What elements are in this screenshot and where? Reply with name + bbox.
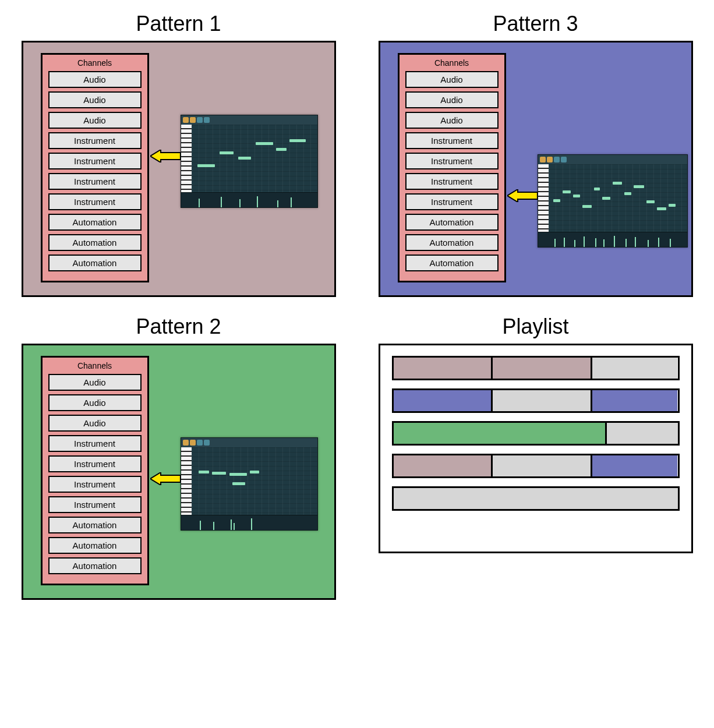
piano-roll-toolbar (538, 155, 687, 164)
midi-note (657, 207, 666, 210)
piano-roll-toolbar (181, 115, 317, 125)
channel-item[interactable]: Audio (48, 394, 142, 411)
midi-note (199, 471, 209, 473)
channel-item[interactable]: Automation (48, 214, 142, 231)
midi-note (276, 148, 287, 151)
playlist-wrap: Playlist (369, 314, 702, 600)
svg-marker-0 (150, 150, 181, 162)
playlist-clip[interactable] (493, 358, 592, 379)
playlist-track (392, 454, 680, 478)
playlist-clip[interactable] (592, 455, 677, 476)
channel-item[interactable]: Audio (405, 71, 499, 88)
midi-note (573, 195, 580, 197)
channel-item[interactable]: Automation (405, 255, 499, 271)
channel-item[interactable]: Audio (405, 112, 499, 129)
midi-note (256, 142, 273, 145)
velocity-lane (192, 515, 317, 530)
pattern-1-panel: ChannelsAudioAudioAudioInstrumentInstrum… (22, 41, 336, 297)
channel-item[interactable]: Instrument (405, 193, 499, 210)
playlist-clip[interactable] (493, 390, 592, 411)
channel-item[interactable]: Audio (48, 415, 142, 432)
pattern-1-wrap: Pattern 1 ChannelsAudioAudioAudioInstrum… (12, 12, 345, 297)
pattern-2-title: Pattern 2 (136, 314, 221, 339)
midi-note (634, 185, 644, 188)
channel-item[interactable]: Instrument (405, 132, 499, 149)
playlist-clip[interactable] (493, 455, 592, 476)
channel-item[interactable]: Instrument (48, 455, 142, 472)
midi-note (582, 205, 592, 208)
midi-note (646, 200, 655, 203)
channel-item[interactable]: Instrument (48, 496, 142, 513)
playlist-track (392, 356, 680, 380)
playlist-track (392, 388, 680, 413)
piano-grid (192, 447, 317, 515)
midi-note (553, 199, 560, 202)
channel-item[interactable]: Instrument (48, 476, 142, 493)
playlist-clip[interactable] (592, 358, 677, 379)
pattern-3-panel: ChannelsAudioAudioAudioInstrumentInstrum… (379, 41, 693, 297)
channel-item[interactable]: Audio (405, 91, 499, 108)
piano-roll (181, 115, 318, 208)
velocity-lane (549, 232, 687, 247)
channel-item[interactable]: Automation (405, 234, 499, 251)
midi-note (220, 151, 234, 154)
arrow-icon (507, 189, 538, 202)
channel-item[interactable]: Automation (48, 537, 142, 554)
playlist-clip[interactable] (394, 423, 607, 444)
midi-note (624, 192, 631, 195)
channel-item[interactable]: Audio (48, 374, 142, 391)
playlist-clip[interactable] (394, 390, 493, 411)
channel-item[interactable]: Audio (48, 91, 142, 108)
channel-item[interactable]: Automation (48, 517, 142, 533)
channel-item[interactable]: Automation (405, 214, 499, 231)
playlist-title: Playlist (502, 314, 568, 339)
midi-note (613, 182, 622, 185)
arrow-icon (150, 472, 181, 485)
playlist-clip[interactable] (394, 488, 678, 509)
channel-item[interactable]: Instrument (48, 173, 142, 190)
channel-item[interactable]: Automation (48, 557, 142, 574)
playlist-clip[interactable] (394, 358, 493, 379)
playlist-clip[interactable] (394, 455, 493, 476)
diagram-grid: Pattern 1 ChannelsAudioAudioAudioInstrum… (12, 12, 702, 600)
channels-label: Channels (48, 58, 142, 68)
midi-note (289, 139, 306, 142)
pattern-1-title: Pattern 1 (136, 12, 221, 36)
piano-keys (538, 164, 549, 232)
arrow-icon (150, 150, 181, 162)
piano-keys (181, 447, 192, 515)
piano-roll-toolbar (181, 438, 317, 447)
playlist-clip[interactable] (607, 423, 678, 444)
piano-roll (538, 154, 688, 248)
channel-item[interactable]: Instrument (405, 153, 499, 169)
channels-label: Channels (48, 361, 142, 370)
midi-note (669, 204, 676, 207)
playlist-clip[interactable] (592, 390, 677, 411)
channel-item[interactable]: Instrument (48, 153, 142, 169)
pattern-2-panel: ChannelsAudioAudioAudioInstrumentInstrum… (22, 344, 336, 600)
pattern-3-wrap: Pattern 3 ChannelsAudioAudioAudioInstrum… (369, 12, 702, 297)
channel-item[interactable]: Automation (48, 234, 142, 251)
pattern-2-wrap: Pattern 2 ChannelsAudioAudioAudioInstrum… (12, 314, 345, 600)
channel-item[interactable]: Audio (48, 71, 142, 88)
channel-item[interactable]: Instrument (405, 173, 499, 190)
midi-note (197, 164, 215, 167)
channel-item[interactable]: Automation (48, 255, 142, 271)
midi-note (212, 472, 226, 475)
velocity-lane (192, 193, 317, 207)
midi-note (229, 473, 247, 476)
piano-roll (181, 437, 318, 531)
channel-item[interactable]: Instrument (48, 132, 142, 149)
midi-note (594, 188, 600, 190)
piano-keys (181, 125, 192, 192)
svg-marker-2 (150, 472, 181, 485)
channels-box: ChannelsAudioAudioAudioInstrumentInstrum… (398, 53, 506, 282)
playlist-track (392, 486, 680, 511)
piano-grid (192, 125, 317, 192)
channel-item[interactable]: Instrument (48, 193, 142, 210)
channel-item[interactable]: Instrument (48, 435, 142, 452)
pattern-3-title: Pattern 3 (493, 12, 578, 36)
midi-note (563, 190, 571, 193)
channel-item[interactable]: Audio (48, 112, 142, 129)
midi-note (238, 157, 251, 160)
